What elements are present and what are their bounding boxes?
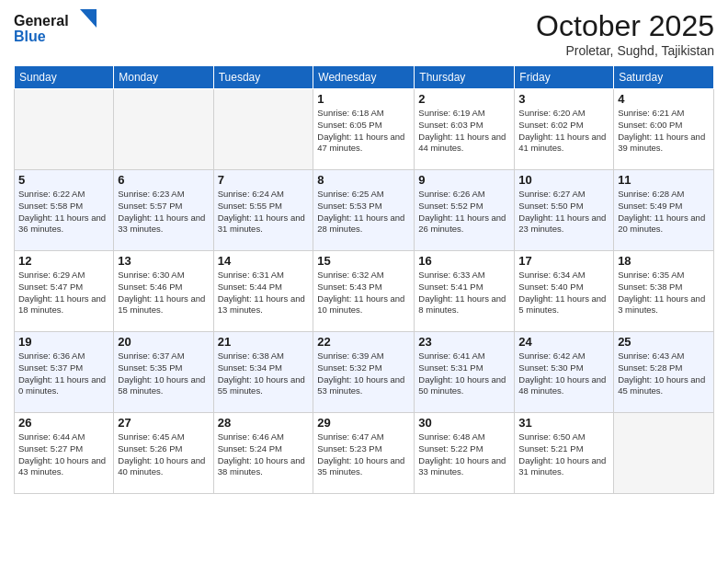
calendar-cell: 29Sunrise: 6:47 AM Sunset: 5:23 PM Dayli… xyxy=(313,413,415,494)
day-info: Sunrise: 6:20 AM Sunset: 6:02 PM Dayligh… xyxy=(518,108,609,155)
day-number: 2 xyxy=(418,92,510,106)
calendar-cell: 23Sunrise: 6:41 AM Sunset: 5:31 PM Dayli… xyxy=(415,332,515,413)
calendar-cell: 5Sunrise: 6:22 AM Sunset: 5:58 PM Daylig… xyxy=(15,170,114,251)
calendar-cell: 9Sunrise: 6:26 AM Sunset: 5:52 PM Daylig… xyxy=(415,170,515,251)
day-number: 21 xyxy=(218,335,310,349)
calendar-cell: 19Sunrise: 6:36 AM Sunset: 5:37 PM Dayli… xyxy=(15,332,114,413)
calendar-cell: 3Sunrise: 6:20 AM Sunset: 6:02 PM Daylig… xyxy=(515,89,614,170)
month-title: October 2025 xyxy=(536,9,714,43)
calendar-week-2: 5Sunrise: 6:22 AM Sunset: 5:58 PM Daylig… xyxy=(15,170,714,251)
day-info: Sunrise: 6:33 AM Sunset: 5:41 PM Dayligh… xyxy=(418,270,510,316)
calendar-cell: 30Sunrise: 6:48 AM Sunset: 5:22 PM Dayli… xyxy=(415,413,515,494)
day-number: 11 xyxy=(618,173,710,187)
calendar-cell: 20Sunrise: 6:37 AM Sunset: 5:35 PM Dayli… xyxy=(114,332,213,413)
svg-text:Blue: Blue xyxy=(14,29,46,44)
svg-text:General: General xyxy=(14,13,69,29)
day-number: 27 xyxy=(118,416,209,430)
calendar-cell: 21Sunrise: 6:38 AM Sunset: 5:34 PM Dayli… xyxy=(213,332,313,413)
day-info: Sunrise: 6:41 AM Sunset: 5:31 PM Dayligh… xyxy=(418,350,510,397)
day-number: 19 xyxy=(18,335,109,349)
day-info: Sunrise: 6:38 AM Sunset: 5:34 PM Dayligh… xyxy=(218,350,310,397)
header-row: Sunday Monday Tuesday Wednesday Thursday… xyxy=(15,66,714,89)
calendar-cell: 18Sunrise: 6:35 AM Sunset: 5:38 PM Dayli… xyxy=(614,251,714,332)
day-info: Sunrise: 6:25 AM Sunset: 5:53 PM Dayligh… xyxy=(317,189,410,236)
day-info: Sunrise: 6:32 AM Sunset: 5:43 PM Dayligh… xyxy=(317,270,410,316)
day-info: Sunrise: 6:23 AM Sunset: 5:57 PM Dayligh… xyxy=(118,189,209,236)
calendar-cell: 24Sunrise: 6:42 AM Sunset: 5:30 PM Dayli… xyxy=(515,332,614,413)
day-number: 30 xyxy=(418,416,510,430)
day-info: Sunrise: 6:43 AM Sunset: 5:28 PM Dayligh… xyxy=(618,350,710,397)
day-info: Sunrise: 6:18 AM Sunset: 6:05 PM Dayligh… xyxy=(317,108,410,155)
calendar-cell: 17Sunrise: 6:34 AM Sunset: 5:40 PM Dayli… xyxy=(515,251,614,332)
day-info: Sunrise: 6:30 AM Sunset: 5:46 PM Dayligh… xyxy=(118,270,209,316)
calendar-cell xyxy=(213,89,313,170)
header: GeneralBlue October 2025 Proletar, Sughd… xyxy=(14,9,714,58)
logo: GeneralBlue xyxy=(14,9,97,46)
location: Proletar, Sughd, Tajikistan xyxy=(536,43,714,58)
calendar-cell: 16Sunrise: 6:33 AM Sunset: 5:41 PM Dayli… xyxy=(415,251,515,332)
header-tuesday: Tuesday xyxy=(213,66,313,89)
day-info: Sunrise: 6:21 AM Sunset: 6:00 PM Dayligh… xyxy=(618,108,710,155)
day-number: 18 xyxy=(618,254,710,268)
day-number: 12 xyxy=(18,254,109,268)
day-number: 29 xyxy=(317,416,410,430)
day-info: Sunrise: 6:46 AM Sunset: 5:24 PM Dayligh… xyxy=(218,431,310,478)
day-number: 23 xyxy=(418,335,510,349)
day-info: Sunrise: 6:42 AM Sunset: 5:30 PM Dayligh… xyxy=(518,350,609,397)
calendar-cell: 8Sunrise: 6:25 AM Sunset: 5:53 PM Daylig… xyxy=(313,170,415,251)
day-info: Sunrise: 6:39 AM Sunset: 5:32 PM Dayligh… xyxy=(317,350,410,397)
day-info: Sunrise: 6:24 AM Sunset: 5:55 PM Dayligh… xyxy=(218,189,310,236)
calendar-cell: 6Sunrise: 6:23 AM Sunset: 5:57 PM Daylig… xyxy=(114,170,213,251)
day-number: 22 xyxy=(317,335,410,349)
day-info: Sunrise: 6:34 AM Sunset: 5:40 PM Dayligh… xyxy=(518,270,609,316)
calendar-cell: 10Sunrise: 6:27 AM Sunset: 5:50 PM Dayli… xyxy=(515,170,614,251)
calendar-cell: 22Sunrise: 6:39 AM Sunset: 5:32 PM Dayli… xyxy=(313,332,415,413)
day-number: 5 xyxy=(18,173,109,187)
calendar-cell: 27Sunrise: 6:45 AM Sunset: 5:26 PM Dayli… xyxy=(114,413,213,494)
day-info: Sunrise: 6:48 AM Sunset: 5:22 PM Dayligh… xyxy=(418,431,510,478)
calendar-cell: 1Sunrise: 6:18 AM Sunset: 6:05 PM Daylig… xyxy=(313,89,415,170)
day-info: Sunrise: 6:45 AM Sunset: 5:26 PM Dayligh… xyxy=(118,431,209,478)
calendar-cell: 2Sunrise: 6:19 AM Sunset: 6:03 PM Daylig… xyxy=(415,89,515,170)
calendar-cell: 15Sunrise: 6:32 AM Sunset: 5:43 PM Dayli… xyxy=(313,251,415,332)
day-info: Sunrise: 6:36 AM Sunset: 5:37 PM Dayligh… xyxy=(18,350,109,397)
calendar-cell: 13Sunrise: 6:30 AM Sunset: 5:46 PM Dayli… xyxy=(114,251,213,332)
day-number: 1 xyxy=(317,92,410,106)
day-number: 13 xyxy=(118,254,209,268)
calendar-table: Sunday Monday Tuesday Wednesday Thursday… xyxy=(14,65,714,494)
calendar-week-5: 26Sunrise: 6:44 AM Sunset: 5:27 PM Dayli… xyxy=(15,413,714,494)
day-number: 24 xyxy=(518,335,609,349)
day-number: 20 xyxy=(118,335,209,349)
day-number: 26 xyxy=(18,416,109,430)
header-sunday: Sunday xyxy=(15,66,114,89)
calendar-cell xyxy=(15,89,114,170)
day-info: Sunrise: 6:29 AM Sunset: 5:47 PM Dayligh… xyxy=(18,270,109,316)
day-number: 25 xyxy=(618,335,710,349)
day-number: 4 xyxy=(618,92,710,106)
day-number: 8 xyxy=(317,173,410,187)
svg-marker-2 xyxy=(80,9,97,28)
day-info: Sunrise: 6:47 AM Sunset: 5:23 PM Dayligh… xyxy=(317,431,410,478)
day-number: 17 xyxy=(518,254,609,268)
day-number: 28 xyxy=(218,416,310,430)
day-number: 6 xyxy=(118,173,209,187)
calendar-cell: 28Sunrise: 6:46 AM Sunset: 5:24 PM Dayli… xyxy=(213,413,313,494)
calendar-cell: 14Sunrise: 6:31 AM Sunset: 5:44 PM Dayli… xyxy=(213,251,313,332)
title-block: October 2025 Proletar, Sughd, Tajikistan xyxy=(536,9,714,58)
day-number: 31 xyxy=(518,416,609,430)
day-number: 10 xyxy=(518,173,609,187)
logo-svg: GeneralBlue xyxy=(14,9,97,46)
day-number: 16 xyxy=(418,254,510,268)
page: GeneralBlue October 2025 Proletar, Sughd… xyxy=(0,0,728,563)
header-thursday: Thursday xyxy=(415,66,515,89)
day-number: 14 xyxy=(218,254,310,268)
calendar-week-3: 12Sunrise: 6:29 AM Sunset: 5:47 PM Dayli… xyxy=(15,251,714,332)
day-info: Sunrise: 6:44 AM Sunset: 5:27 PM Dayligh… xyxy=(18,431,109,478)
day-info: Sunrise: 6:26 AM Sunset: 5:52 PM Dayligh… xyxy=(418,189,510,236)
day-number: 3 xyxy=(518,92,609,106)
day-number: 15 xyxy=(317,254,410,268)
calendar-week-4: 19Sunrise: 6:36 AM Sunset: 5:37 PM Dayli… xyxy=(15,332,714,413)
day-info: Sunrise: 6:28 AM Sunset: 5:49 PM Dayligh… xyxy=(618,189,710,236)
header-monday: Monday xyxy=(114,66,213,89)
header-saturday: Saturday xyxy=(614,66,714,89)
